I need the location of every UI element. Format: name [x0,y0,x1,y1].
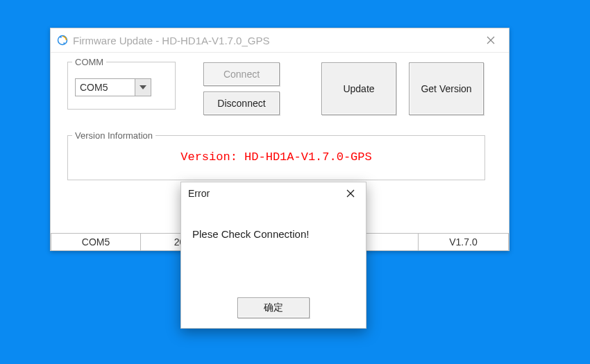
comm-group: COMM COM5 [67,57,176,110]
app-icon [56,34,69,46]
window-close-button[interactable] [477,31,505,50]
close-icon [487,36,495,44]
error-button-row: 确定 [181,297,366,318]
com-port-combo[interactable]: COM5 [75,78,151,96]
svg-marker-5 [140,85,146,89]
comm-legend: COMM [72,57,106,67]
version-info-group: Version Information Version: HD-HD1A-V1.… [67,130,485,180]
window-title: Firmware Update - HD-HD1A-V1.7.0_GPS [73,35,477,46]
connect-button: Connect [203,62,280,86]
titlebar: Firmware Update - HD-HD1A-V1.7.0_GPS [51,28,509,53]
version-info-legend: Version Information [72,130,155,141]
close-icon [346,189,355,198]
error-title: Error [188,188,338,199]
combo-dropdown-button[interactable] [135,79,151,96]
disconnect-button[interactable]: Disconnect [203,92,280,115]
version-string: Version: HD-HD1A-V1.7.0-GPS [68,141,484,164]
status-version: V1.7.0 [419,233,509,251]
update-button[interactable]: Update [321,62,396,115]
error-ok-button[interactable]: 确定 [237,297,310,318]
error-dialog: Error Plese Check Connection! 确定 [180,182,366,329]
chevron-down-icon [140,85,146,89]
svg-point-0 [58,36,67,45]
status-port: COM5 [51,233,141,251]
error-close-button[interactable] [338,184,363,202]
error-titlebar: Error [181,182,366,205]
get-version-button[interactable]: Get Version [409,62,484,115]
com-port-value: COM5 [76,82,135,93]
error-message: Plese Check Connection! [181,205,366,240]
